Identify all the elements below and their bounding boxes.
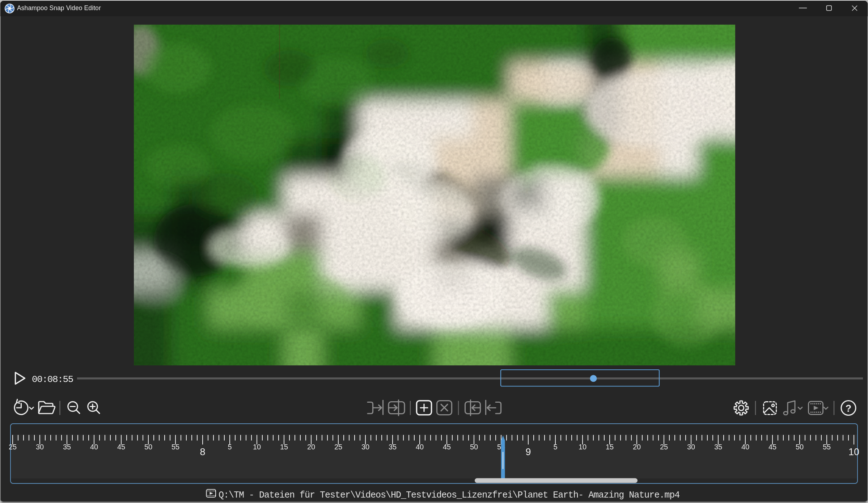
svg-text:40: 40	[416, 443, 424, 451]
svg-text:5: 5	[228, 443, 232, 451]
svg-text:8: 8	[200, 447, 205, 457]
svg-text:25: 25	[334, 443, 342, 451]
svg-text:?: ?	[846, 403, 852, 414]
svg-text:15: 15	[606, 443, 614, 451]
svg-text:25: 25	[660, 443, 668, 451]
svg-text:45: 45	[117, 443, 125, 451]
svg-text:20: 20	[633, 443, 641, 451]
svg-text:5: 5	[553, 443, 557, 451]
svg-text:35: 35	[389, 443, 397, 451]
svg-text:50: 50	[470, 443, 478, 451]
svg-text:50: 50	[796, 443, 804, 451]
svg-text:10: 10	[848, 447, 859, 457]
svg-text:50: 50	[144, 443, 152, 451]
svg-text:25: 25	[9, 443, 17, 451]
svg-text:45: 45	[443, 443, 451, 451]
svg-text:10: 10	[579, 443, 587, 451]
svg-text:55: 55	[823, 443, 831, 451]
svg-text:15: 15	[280, 443, 288, 451]
svg-text:55: 55	[172, 443, 179, 451]
svg-text:30: 30	[687, 443, 695, 451]
svg-text:35: 35	[63, 443, 71, 451]
svg-text:10: 10	[253, 443, 261, 451]
svg-text:30: 30	[36, 443, 44, 451]
svg-text:40: 40	[90, 443, 98, 451]
svg-text:20: 20	[307, 443, 315, 451]
svg-text:35: 35	[714, 443, 722, 451]
svg-text:9: 9	[525, 447, 531, 457]
svg-text:45: 45	[769, 443, 776, 451]
svg-text:40: 40	[741, 443, 749, 451]
svg-text:30: 30	[361, 443, 369, 451]
